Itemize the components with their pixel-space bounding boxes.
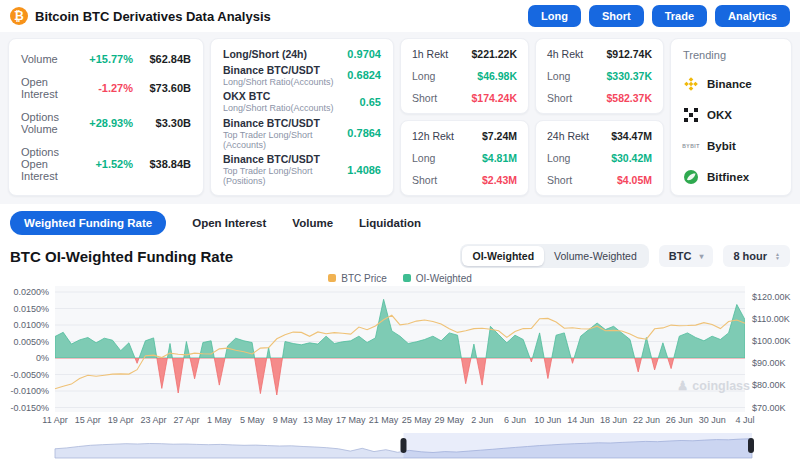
tab-weighted-funding-rate[interactable]: Weighted Funding Rate xyxy=(10,211,166,235)
rekt-long-value: $46.98K xyxy=(477,70,517,82)
ratio-text: Binance BTC/USDTTop Trader Long/Short (P… xyxy=(223,153,347,186)
ratio-subtitle: Long/Short Ratio(Accounts) xyxy=(223,103,360,113)
x-tick: 23 Apr xyxy=(141,415,167,425)
y-left-tick: -0.0150% xyxy=(10,403,49,413)
rekt-card-1h-rekt: 1h Rekt$221.22KLong$46.98KShort$174.24K xyxy=(400,38,529,114)
rekt-short-value: $2.43M xyxy=(482,174,517,186)
rekt-long-value: $30.42M xyxy=(611,152,652,164)
y-left-tick: 0.0100% xyxy=(13,320,49,330)
stat-change: +1.52% xyxy=(79,158,133,170)
rekt-short-row: Short$2.43M xyxy=(412,174,517,186)
chart-header: BTC OI-Weighted Funding Rate OI-Weighted… xyxy=(0,241,800,270)
header-button-long[interactable]: Long xyxy=(528,5,581,27)
rekt-total-row: 12h Rekt$7.24M xyxy=(412,130,517,142)
interval-select[interactable]: 8 hour ▲▼ xyxy=(723,245,790,267)
header-button-short[interactable]: Short xyxy=(589,5,644,27)
tab-open-interest[interactable]: Open Interest xyxy=(192,211,266,235)
x-tick: 9 May xyxy=(273,415,298,425)
market-stats-card: Volume+15.77%$62.84BOpen Interest-1.27%$… xyxy=(8,38,204,196)
y-left-tick: -0.0100% xyxy=(10,386,49,396)
x-tick: 1 May xyxy=(207,415,232,425)
legend-item-oi-weighted[interactable]: OI-Weighted xyxy=(403,273,472,284)
okx-icon xyxy=(683,107,699,123)
ratio-value: 0.9704 xyxy=(347,48,381,60)
rekt-short-value: $174.24K xyxy=(471,92,517,104)
y-left-tick: 0% xyxy=(36,353,49,363)
toggle-oi-weighted[interactable]: OI-Weighted xyxy=(462,246,544,266)
chart-controls: OI-WeightedVolume-Weighted BTC ▾ 8 hour … xyxy=(460,244,790,268)
y-left-tick: -0.0050% xyxy=(10,370,49,380)
ratio-text: OKX BTCLong/Short Ratio(Accounts) xyxy=(223,90,360,113)
long-short-ratio-card: Long/Short (24h)0.9704Binance BTC/USDTLo… xyxy=(210,38,394,196)
chevron-down-icon: ▾ xyxy=(699,252,703,261)
stat-value: $3.30B xyxy=(133,117,191,129)
stat-change: +15.77% xyxy=(79,53,133,65)
x-tick: 17 May xyxy=(336,415,366,425)
summary-cards: Volume+15.77%$62.84BOpen Interest-1.27%$… xyxy=(0,32,800,204)
navigator-handle-right[interactable] xyxy=(748,438,754,453)
tab-liquidation[interactable]: Liquidation xyxy=(359,211,421,235)
x-tick: 29 May xyxy=(435,415,465,425)
navigator-selected-region[interactable] xyxy=(404,433,753,458)
trending-item-bybit[interactable]: BYBITBybit xyxy=(683,138,779,154)
trending-item-label: Binance xyxy=(707,78,752,90)
rekt-long-row: Long$330.37K xyxy=(547,70,652,82)
rekt-period-label: 4h Rekt xyxy=(547,48,583,60)
x-tick: 14 Jun xyxy=(567,415,594,425)
header-button-trade[interactable]: Trade xyxy=(652,5,707,27)
trending-item-binance[interactable]: Binance xyxy=(683,76,779,92)
x-tick: 19 Apr xyxy=(108,415,134,425)
ratio-title: Binance BTC/USDT xyxy=(223,64,347,76)
ratio-subtitle: Top Trader Long/Short (Accounts) xyxy=(223,130,347,150)
header-actions: LongShortTradeAnalytics xyxy=(528,5,790,27)
ratio-text: Binance BTC/USDTTop Trader Long/Short (A… xyxy=(223,117,347,150)
funding-rate-chart-svg: 0.0200%0.0150%0.0100%0.0050%0%-0.0050%-0… xyxy=(0,286,800,428)
y-right-tick: $110.00K xyxy=(752,314,790,324)
rekt-total-value: $7.24M xyxy=(482,130,517,142)
stat-value: $38.84B xyxy=(133,158,191,170)
rekt-card-4h-rekt: 4h Rekt$912.74KLong$330.37KShort$582.37K xyxy=(535,38,664,114)
header-button-analytics[interactable]: Analytics xyxy=(715,5,790,27)
tab-volume[interactable]: Volume xyxy=(292,211,333,235)
trending-item-okx[interactable]: OKX xyxy=(683,107,779,123)
bitfinex-icon xyxy=(683,169,699,185)
x-tick: 5 May xyxy=(240,415,265,425)
x-tick: 27 Apr xyxy=(173,415,199,425)
x-tick: 11 Apr xyxy=(42,415,67,425)
stat-label: Options Volume xyxy=(21,111,79,135)
x-tick: 26 Jun xyxy=(666,415,693,425)
rekt-short-value: $582.37K xyxy=(606,92,652,104)
ratio-value: 0.65 xyxy=(360,96,381,108)
y-right-tick: $90.00K xyxy=(752,358,786,368)
x-tick: 10 Jun xyxy=(534,415,561,425)
toggle-volume-weighted[interactable]: Volume-Weighted xyxy=(544,246,647,266)
ratio-value: 0.7864 xyxy=(347,127,381,139)
ratio-subtitle: Long/Short Ratio(Accounts) xyxy=(223,77,347,87)
chart-area: ♟ coinglass 0.0200%0.0150%0.0100%0.0050%… xyxy=(0,286,800,432)
trending-title: Trending xyxy=(683,49,779,61)
y-right-tick: $120.00K xyxy=(752,292,791,302)
trending-item-label: Bybit xyxy=(707,140,736,152)
bitcoin-icon: ₿ xyxy=(10,7,28,25)
trending-item-bitfinex[interactable]: Bitfinex xyxy=(683,169,779,185)
rekt-short-row: Short$4.05M xyxy=(547,174,652,186)
ratio-row-binance-btc-usdt-long-short-ratio-accounts: Binance BTC/USDTLong/Short Ratio(Account… xyxy=(223,64,381,87)
legend-item-btc-price[interactable]: BTC Price xyxy=(328,273,387,284)
interval-select-value: 8 hour xyxy=(733,250,767,262)
rekt-period-label: 1h Rekt xyxy=(412,48,448,60)
stat-change: -1.27% xyxy=(79,82,133,94)
ratio-row-okx-btc-long-short-ratio-accounts: OKX BTCLong/Short Ratio(Accounts)0.65 xyxy=(223,90,381,113)
rekt-long-label: Long xyxy=(547,70,570,82)
chart-legend: BTC PriceOI-Weighted xyxy=(0,270,800,286)
trending-item-label: OKX xyxy=(707,109,732,121)
x-tick: 25 May xyxy=(402,415,432,425)
x-tick: 21 May xyxy=(369,415,399,425)
stat-value: $73.60B xyxy=(133,82,191,94)
navigator-handle-left[interactable] xyxy=(401,438,407,453)
bybit-icon: BYBIT xyxy=(683,138,699,154)
ratio-title: Binance BTC/USDT xyxy=(223,153,347,165)
ratio-row-binance-btc-usdt-top-trader-long-short-positions: Binance BTC/USDTTop Trader Long/Short (P… xyxy=(223,153,381,186)
coin-select[interactable]: BTC ▾ xyxy=(659,245,714,267)
ratio-row-binance-btc-usdt-top-trader-long-short-accounts: Binance BTC/USDTTop Trader Long/Short (A… xyxy=(223,117,381,150)
ratio-title: OKX BTC xyxy=(223,90,360,102)
